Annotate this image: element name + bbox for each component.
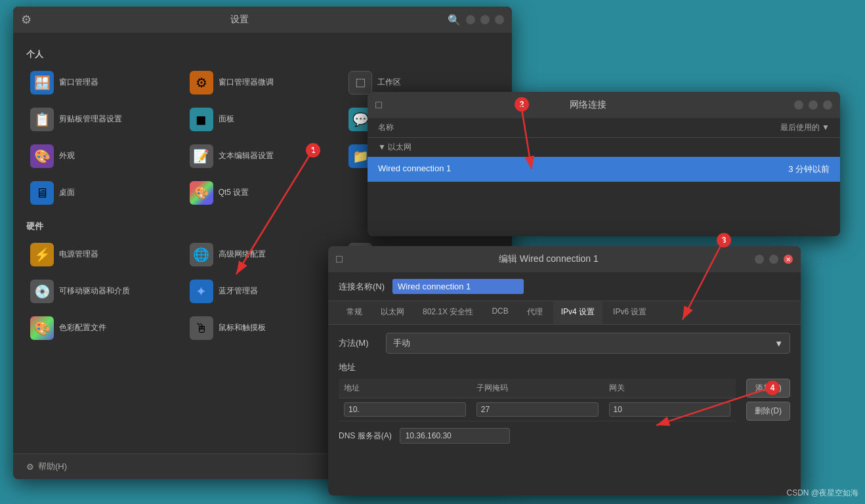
close-button[interactable] [495,15,504,24]
settings-title: 设置 [230,14,249,26]
badge-3: 3 [717,233,731,247]
item-panel[interactable]: ◼ 面板 [186,105,340,134]
item-clipboard-label: 剪贴板管理器设置 [59,114,122,125]
tab-ipv4[interactable]: IPv4 设置 [553,301,602,324]
addr-gateway-cell [604,398,736,421]
addr-gateway-input[interactable] [609,402,731,417]
wired-connection-name: Wired connection 1 [378,163,451,175]
power-icon: ⚡ [30,243,54,266]
edit-title: 编辑 Wired connection 1 [499,253,599,265]
tab-proxy[interactable]: 代理 [519,301,551,324]
item-qt5[interactable]: 🎨 Qt5 设置 [186,178,340,207]
annotation-2: 2 [515,97,529,112]
address-table: 地址 子网掩码 网关 [339,379,736,421]
edit-close-button[interactable]: ✕ [784,255,793,264]
search-icon[interactable]: 🔍 [448,14,461,26]
col-netmask-header: 子网掩码 [471,379,604,398]
tab-general[interactable]: 常规 [339,301,370,324]
clipboard-icon: 📋 [30,108,54,131]
item-color-profile[interactable]: 🎨 色彩配置文件 [26,314,180,343]
item-bluetooth[interactable]: ✦ 蓝牙管理器 [186,277,340,306]
item-removable-label: 可移动驱动器和介质 [59,286,130,297]
item-advanced-network[interactable]: 🌐 高级网络配置 [186,240,340,269]
edit-titlebar: □ 编辑 Wired connection 1 ✕ [328,246,801,272]
help-icon: ⚙ [26,462,34,472]
item-clipboard[interactable]: 📋 剪贴板管理器设置 [26,105,180,134]
maximize-button[interactable] [480,15,490,24]
wired-connection-row[interactable]: Wired connection 1 3 分钟以前 [368,157,840,182]
color-profile-icon: 🎨 [30,316,54,340]
badge-1: 1 [306,143,320,158]
appearance-icon: 🎨 [30,144,54,168]
table-row [339,398,736,421]
edit-minimize-button[interactable] [755,255,764,264]
network-window-icon: □ [375,99,382,111]
method-select[interactable]: 手动 ▼ [386,333,790,354]
method-label: 方法(M) [339,337,378,349]
desktop-icon: 🖥 [30,181,54,205]
removable-icon: 💿 [30,280,54,303]
edit-ipv4-content: 方法(M) 手动 ▼ 地址 地址 子网掩码 网关 [328,325,801,495]
address-table-wrapper: 地址 子网掩码 网关 [339,379,736,421]
dns-input[interactable] [400,428,510,444]
edit-maximize-button[interactable] [769,255,778,264]
network-table-header: 名称 最后使用的 ▼ [368,118,840,138]
item-window-manager[interactable]: 🪟 窗口管理器 [26,68,180,97]
net-close-button[interactable] [823,100,832,110]
minimize-button[interactable] [466,15,475,24]
ethernet-label: 以太网 [388,142,411,152]
help-button[interactable]: ⚙ 帮助(H) [26,461,67,472]
method-row: 方法(M) 手动 ▼ [339,333,790,354]
item-power[interactable]: ⚡ 电源管理器 [26,240,180,269]
item-desktop-label: 桌面 [59,188,75,198]
tab-dcb[interactable]: DCB [484,301,516,324]
qt5-icon: 🎨 [190,181,213,205]
help-label: 帮助(H) [38,461,67,472]
settings-titlebar: ⚙ 设置 🔍 [13,7,512,33]
item-window-manager-tweak[interactable]: ⚙ 窗口管理器微调 [186,68,340,97]
item-window-manager-tweak-label: 窗口管理器微调 [219,77,274,88]
tab-8021x[interactable]: 802.1X 安全性 [415,301,481,324]
col-name-header: 名称 [378,122,394,133]
item-mouse[interactable]: 🖱 鼠标和触摸板 [186,314,340,343]
text-editor-icon: 📝 [190,144,213,168]
dns-row: DNS 服务器(A) [339,428,790,444]
dns-label: DNS 服务器(A) [339,430,392,442]
window-manager-tweak-icon: ⚙ [190,71,213,94]
conn-name-input[interactable] [392,279,524,294]
ethernet-section-label: ▼ 以太网 [368,138,840,157]
col-last-used-header: 最后使用的 ▼ [780,122,830,133]
section-personal-label: 个人 [26,49,499,60]
edit-connection-window: □ 编辑 Wired connection 1 ✕ 连接名称(N) 常规 以太网… [328,246,801,495]
tab-ipv6[interactable]: IPv6 设置 [605,301,654,324]
watermark: CSDN @夜星空如海 [786,488,858,499]
addr-address-cell [339,398,471,421]
network-title: 网络连接 [570,99,606,111]
item-appearance[interactable]: 🎨 外观 [26,142,180,171]
net-minimize-button[interactable] [794,100,803,110]
panel-icon: ◼ [190,108,213,131]
titlebar-controls: 🔍 [448,14,504,26]
badge-2: 2 [515,97,529,112]
item-removable[interactable]: 💿 可移动驱动器和介质 [26,277,180,306]
mouse-icon: 🖱 [190,316,213,340]
net-maximize-button[interactable] [809,100,818,110]
edit-window-icon: □ [336,253,343,265]
item-mouse-label: 鼠标和触摸板 [219,323,266,333]
item-power-label: 电源管理器 [59,249,98,260]
item-appearance-label: 外观 [59,151,75,161]
addr-netmask-input[interactable] [476,402,599,417]
tab-ethernet[interactable]: 以太网 [373,301,412,324]
badge-4: 4 [765,381,780,395]
addr-address-input[interactable] [344,402,466,417]
item-desktop[interactable]: 🖥 桌面 [26,178,180,207]
item-bluetooth-label: 蓝牙管理器 [219,286,258,297]
delete-address-button[interactable]: 删除(D) [746,402,790,421]
wired-connection-time: 3 分钟以前 [788,163,830,175]
item-workspace-label: 工作区 [377,77,401,88]
item-panel-label: 面板 [219,114,234,125]
col-gateway-header: 网关 [604,379,736,398]
item-text-editor-label: 文本编辑器设置 [219,151,274,161]
network-titlebar: □ 网络连接 [368,92,840,118]
annotation-3: 3 [717,233,731,247]
